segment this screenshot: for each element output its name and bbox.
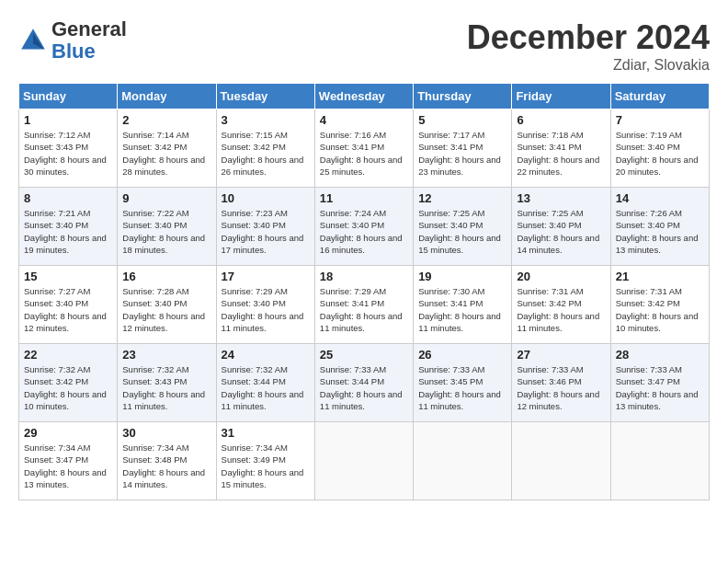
day-info: Sunrise: 7:29 AMSunset: 3:41 PMDaylight:… bbox=[320, 286, 403, 333]
calendar-cell: 19 Sunrise: 7:30 AMSunset: 3:41 PMDaylig… bbox=[414, 266, 512, 344]
day-info: Sunrise: 7:33 AMSunset: 3:45 PMDaylight:… bbox=[418, 364, 501, 411]
day-info: Sunrise: 7:34 AMSunset: 3:48 PMDaylight:… bbox=[122, 442, 205, 489]
col-sunday: Sunday bbox=[19, 84, 118, 109]
day-number: 31 bbox=[222, 426, 310, 440]
day-number: 1 bbox=[24, 113, 112, 127]
day-info: Sunrise: 7:18 AMSunset: 3:41 PMDaylight:… bbox=[517, 130, 599, 177]
col-saturday: Saturday bbox=[610, 84, 709, 109]
day-number: 13 bbox=[517, 191, 605, 205]
day-number: 26 bbox=[418, 348, 506, 362]
calendar-cell: 26 Sunrise: 7:33 AMSunset: 3:45 PMDaylig… bbox=[414, 344, 512, 422]
day-info: Sunrise: 7:33 AMSunset: 3:46 PMDaylight:… bbox=[517, 364, 599, 411]
calendar-cell: 6 Sunrise: 7:18 AMSunset: 3:41 PMDayligh… bbox=[512, 109, 610, 188]
day-number: 14 bbox=[616, 191, 704, 205]
calendar-cell: 14 Sunrise: 7:26 AMSunset: 3:40 PMDaylig… bbox=[610, 188, 709, 266]
col-tuesday: Tuesday bbox=[216, 84, 314, 109]
calendar-cell: 25 Sunrise: 7:33 AMSunset: 3:44 PMDaylig… bbox=[314, 344, 413, 422]
day-info: Sunrise: 7:33 AMSunset: 3:47 PMDaylight:… bbox=[616, 364, 699, 411]
day-number: 5 bbox=[418, 113, 506, 127]
calendar-cell: 13 Sunrise: 7:25 AMSunset: 3:40 PMDaylig… bbox=[512, 188, 610, 266]
day-number: 11 bbox=[320, 191, 408, 205]
logo-general: General bbox=[51, 17, 127, 40]
logo-blue: Blue bbox=[51, 40, 96, 63]
calendar-table: Sunday Monday Tuesday Wednesday Thursday… bbox=[18, 83, 710, 500]
calendar-cell: 16 Sunrise: 7:28 AMSunset: 3:40 PMDaylig… bbox=[118, 266, 216, 344]
day-info: Sunrise: 7:16 AMSunset: 3:41 PMDaylight:… bbox=[320, 130, 403, 177]
header: General Blue December 2024 Zdiar, Slovak… bbox=[18, 18, 710, 74]
day-info: Sunrise: 7:34 AMSunset: 3:49 PMDaylight:… bbox=[222, 442, 304, 489]
day-info: Sunrise: 7:31 AMSunset: 3:42 PMDaylight:… bbox=[517, 286, 599, 333]
calendar-cell: 5 Sunrise: 7:17 AMSunset: 3:41 PMDayligh… bbox=[414, 109, 512, 188]
day-info: Sunrise: 7:25 AMSunset: 3:40 PMDaylight:… bbox=[418, 208, 501, 255]
calendar-row-4: 29 Sunrise: 7:34 AMSunset: 3:47 PMDaylig… bbox=[19, 422, 710, 500]
day-info: Sunrise: 7:23 AMSunset: 3:40 PMDaylight:… bbox=[222, 208, 304, 255]
calendar-header-row: Sunday Monday Tuesday Wednesday Thursday… bbox=[19, 84, 710, 109]
col-thursday: Thursday bbox=[414, 84, 512, 109]
calendar-cell: 4 Sunrise: 7:16 AMSunset: 3:41 PMDayligh… bbox=[314, 109, 413, 188]
calendar-row-2: 15 Sunrise: 7:27 AMSunset: 3:40 PMDaylig… bbox=[19, 266, 710, 344]
day-number: 17 bbox=[222, 270, 310, 283]
calendar-cell: 24 Sunrise: 7:32 AMSunset: 3:44 PMDaylig… bbox=[216, 344, 314, 422]
calendar-cell: 1 Sunrise: 7:12 AMSunset: 3:43 PMDayligh… bbox=[19, 109, 118, 188]
day-number: 24 bbox=[222, 348, 310, 362]
day-number: 22 bbox=[24, 348, 112, 362]
day-info: Sunrise: 7:15 AMSunset: 3:42 PMDaylight:… bbox=[222, 130, 304, 177]
day-info: Sunrise: 7:32 AMSunset: 3:42 PMDaylight:… bbox=[24, 364, 107, 411]
day-info: Sunrise: 7:28 AMSunset: 3:40 PMDaylight:… bbox=[122, 286, 205, 333]
month-title: December 2024 bbox=[467, 18, 710, 57]
day-info: Sunrise: 7:14 AMSunset: 3:42 PMDaylight:… bbox=[122, 130, 205, 177]
calendar-cell: 7 Sunrise: 7:19 AMSunset: 3:40 PMDayligh… bbox=[610, 109, 709, 188]
day-info: Sunrise: 7:21 AMSunset: 3:40 PMDaylight:… bbox=[24, 208, 107, 255]
calendar-cell: 10 Sunrise: 7:23 AMSunset: 3:40 PMDaylig… bbox=[216, 188, 314, 266]
day-info: Sunrise: 7:22 AMSunset: 3:40 PMDaylight:… bbox=[122, 208, 205, 255]
day-number: 16 bbox=[122, 270, 210, 283]
col-wednesday: Wednesday bbox=[314, 84, 413, 109]
page-container: General Blue December 2024 Zdiar, Slovak… bbox=[0, 0, 728, 510]
day-number: 10 bbox=[222, 191, 310, 205]
calendar-cell: 12 Sunrise: 7:25 AMSunset: 3:40 PMDaylig… bbox=[414, 188, 512, 266]
day-number: 27 bbox=[517, 348, 605, 362]
calendar-cell: 15 Sunrise: 7:27 AMSunset: 3:40 PMDaylig… bbox=[19, 266, 118, 344]
day-number: 20 bbox=[517, 270, 605, 283]
calendar-cell: 21 Sunrise: 7:31 AMSunset: 3:42 PMDaylig… bbox=[610, 266, 709, 344]
day-number: 12 bbox=[418, 191, 506, 205]
calendar-cell: 23 Sunrise: 7:32 AMSunset: 3:43 PMDaylig… bbox=[118, 344, 216, 422]
day-number: 8 bbox=[24, 191, 112, 205]
day-info: Sunrise: 7:33 AMSunset: 3:44 PMDaylight:… bbox=[320, 364, 403, 411]
day-info: Sunrise: 7:32 AMSunset: 3:44 PMDaylight:… bbox=[222, 364, 304, 411]
location: Zdiar, Slovakia bbox=[467, 57, 710, 74]
calendar-row-1: 8 Sunrise: 7:21 AMSunset: 3:40 PMDayligh… bbox=[19, 188, 710, 266]
day-number: 9 bbox=[122, 191, 210, 205]
calendar-cell: 11 Sunrise: 7:24 AMSunset: 3:40 PMDaylig… bbox=[314, 188, 413, 266]
calendar-cell bbox=[414, 422, 512, 500]
day-info: Sunrise: 7:17 AMSunset: 3:41 PMDaylight:… bbox=[418, 130, 501, 177]
col-monday: Monday bbox=[118, 84, 216, 109]
calendar-cell: 3 Sunrise: 7:15 AMSunset: 3:42 PMDayligh… bbox=[216, 109, 314, 188]
day-number: 28 bbox=[616, 348, 704, 362]
col-friday: Friday bbox=[512, 84, 610, 109]
title-block: December 2024 Zdiar, Slovakia bbox=[467, 18, 710, 74]
day-info: Sunrise: 7:29 AMSunset: 3:40 PMDaylight:… bbox=[222, 286, 304, 333]
day-number: 7 bbox=[616, 113, 704, 127]
day-number: 4 bbox=[320, 113, 408, 127]
calendar-cell: 9 Sunrise: 7:22 AMSunset: 3:40 PMDayligh… bbox=[118, 188, 216, 266]
day-number: 3 bbox=[222, 113, 310, 127]
logo: General Blue bbox=[18, 18, 127, 63]
calendar-row-3: 22 Sunrise: 7:32 AMSunset: 3:42 PMDaylig… bbox=[19, 344, 710, 422]
calendar-cell: 29 Sunrise: 7:34 AMSunset: 3:47 PMDaylig… bbox=[19, 422, 118, 500]
calendar-cell: 27 Sunrise: 7:33 AMSunset: 3:46 PMDaylig… bbox=[512, 344, 610, 422]
day-number: 15 bbox=[24, 270, 112, 283]
day-number: 23 bbox=[122, 348, 210, 362]
logo-text: General Blue bbox=[51, 18, 127, 63]
calendar-cell: 18 Sunrise: 7:29 AMSunset: 3:41 PMDaylig… bbox=[314, 266, 413, 344]
calendar-cell: 22 Sunrise: 7:32 AMSunset: 3:42 PMDaylig… bbox=[19, 344, 118, 422]
day-info: Sunrise: 7:30 AMSunset: 3:41 PMDaylight:… bbox=[418, 286, 501, 333]
day-number: 18 bbox=[320, 270, 408, 283]
calendar-cell bbox=[314, 422, 413, 500]
day-info: Sunrise: 7:31 AMSunset: 3:42 PMDaylight:… bbox=[616, 286, 699, 333]
day-number: 2 bbox=[122, 113, 210, 127]
calendar-cell: 8 Sunrise: 7:21 AMSunset: 3:40 PMDayligh… bbox=[19, 188, 118, 266]
day-number: 19 bbox=[418, 270, 506, 283]
calendar-cell bbox=[610, 422, 709, 500]
day-info: Sunrise: 7:26 AMSunset: 3:40 PMDaylight:… bbox=[616, 208, 699, 255]
